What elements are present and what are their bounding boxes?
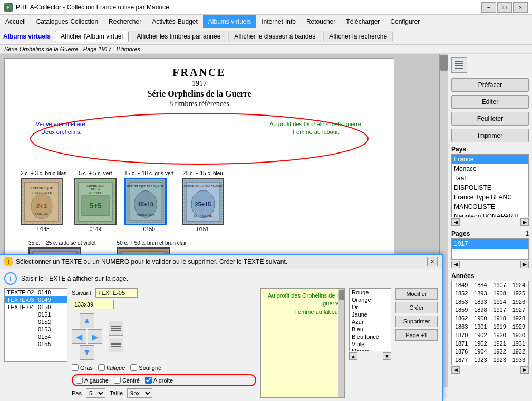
tab-afficher-timbres[interactable]: Afficher les timbres par année [131, 31, 226, 42]
modifier-button[interactable]: Modifier [395, 288, 438, 300]
year-1876[interactable]: 1876 [452, 348, 471, 356]
stamp-0151[interactable]: 25 c. + 15 c. bleu REPUBLIQUE FRANÇAISE … [182, 170, 224, 232]
list-item-0152[interactable]: 0152 [5, 318, 67, 326]
year-1877[interactable]: 1877 [452, 356, 471, 365]
year-1926[interactable]: 1926 [509, 298, 528, 307]
pages-listbox[interactable]: 1917 [451, 238, 529, 260]
year-1925[interactable]: 1925 [509, 290, 528, 298]
year-1852[interactable]: 1852 [452, 290, 471, 298]
year-1884[interactable]: 1884 [471, 281, 490, 290]
year-1893a[interactable]: 1893 [471, 290, 490, 298]
tab-afficher-album[interactable]: Afficher l'Album virtuel [55, 31, 129, 42]
menu-activites[interactable]: Activités-Budget [147, 15, 203, 28]
page-plus1-button[interactable]: Page +1 [395, 329, 438, 341]
cb-centre-input[interactable] [114, 377, 121, 384]
lines-btn-1[interactable] [109, 321, 123, 336]
tab-afficher-classeur[interactable]: Afficher le classeur à bandes [228, 31, 321, 42]
year-1920[interactable]: 1920 [490, 331, 509, 340]
year-1929[interactable]: 1929 [509, 323, 528, 331]
stamp-0151-img[interactable]: REPUBLIQUE FRANÇAISE 25+15 ORPHELINS [182, 178, 224, 225]
color-orange[interactable]: Orange [350, 296, 391, 303]
dialog-list[interactable]: TEXTE-020148 TEXTE-030149 TEXTE-040150 0… [4, 288, 67, 362]
menu-telecharger[interactable]: Télécharger [341, 15, 385, 28]
year-1931[interactable]: 1931 [509, 340, 528, 348]
year-1922[interactable]: 1922 [490, 348, 509, 356]
color-azur[interactable]: Azur [350, 318, 391, 326]
year-1919[interactable]: 1919 [490, 323, 509, 331]
color-scroll-up[interactable]: ▲ [349, 352, 357, 360]
color-bleu[interactable]: Bleu [350, 326, 391, 333]
menu-internet[interactable]: Internet-Info [256, 15, 301, 28]
color-jaune[interactable]: Jaune [350, 311, 391, 318]
suivant-input[interactable] [95, 288, 138, 298]
menu-configurer[interactable]: Configurer [385, 15, 425, 28]
year-1923a[interactable]: 1923 [471, 356, 490, 365]
cb-adroite[interactable]: A droite [145, 377, 173, 384]
year-1917[interactable]: 1917 [490, 306, 509, 314]
color-bleu-fonce[interactable]: Bleu foncé [350, 333, 391, 340]
cb-italique[interactable]: Italique [98, 364, 125, 371]
color-violet[interactable]: Violet [350, 340, 391, 348]
year-1921[interactable]: 1921 [490, 340, 509, 348]
year-1924[interactable]: 1924 [509, 281, 528, 290]
cb-centre[interactable]: Centré [114, 377, 140, 384]
dialog-close-button[interactable]: × [427, 257, 438, 266]
lines-btn-2[interactable] [109, 338, 123, 352]
list-item-0154[interactable]: 0154 [5, 333, 67, 340]
stamp-0150-img[interactable]: REPUBLIQUE FRANÇAISE 15+10 ORPHELINS [124, 178, 167, 225]
cb-souligne[interactable]: Souligné [130, 364, 161, 371]
year-1928[interactable]: 1928 [509, 314, 528, 323]
scrollbar-thumb[interactable] [440, 55, 448, 71]
year-1927[interactable]: 1927 [509, 306, 528, 314]
window-controls[interactable]: − □ × [481, 2, 528, 13]
year-1932[interactable]: 1932 [509, 348, 528, 356]
feuilleter-button[interactable]: Feuilleter [451, 112, 529, 126]
annees-scroll-left[interactable]: ◀ [451, 366, 460, 374]
year-1863[interactable]: 1863 [452, 323, 471, 331]
year-1870[interactable]: 1870 [452, 331, 471, 340]
year-1859[interactable]: 1859 [452, 306, 471, 314]
taille-select[interactable]: 9px 8px 10px 12px [127, 388, 152, 398]
prefacer-button[interactable]: Préfacer [451, 78, 529, 92]
color-rouge[interactable]: Rouge [350, 289, 391, 296]
arrow-right-button[interactable]: ▶ [88, 329, 102, 344]
color-scroll-down[interactable]: ▼ [383, 352, 391, 360]
pays-item-dispoliste[interactable]: DISPOLISTE [452, 183, 528, 193]
menu-retoucher[interactable]: Retoucher [301, 15, 341, 28]
year-1901[interactable]: 1901 [471, 323, 490, 331]
year-1918[interactable]: 1918 [490, 314, 509, 323]
size-input[interactable] [72, 300, 114, 309]
editer-button[interactable]: Editer [451, 95, 529, 109]
cb-italique-input[interactable] [98, 364, 105, 371]
preview-scrollbar-thumb[interactable] [339, 290, 344, 300]
pays-listbox[interactable]: France Monaco Taaf DISPOLISTE France Typ… [451, 154, 529, 217]
annees-grid[interactable]: 1849 1884 1907 1924 1852 1893 1908 1925 … [451, 281, 529, 365]
pages-item-1917[interactable]: 1917 [452, 239, 528, 249]
cb-gras[interactable]: Gras [72, 364, 93, 371]
year-1898[interactable]: 1898 [471, 306, 490, 314]
menu-rechercher[interactable]: Rechercher [103, 15, 147, 28]
year-1862[interactable]: 1862 [452, 314, 471, 323]
close-button[interactable]: × [513, 2, 528, 13]
stamp-0148-img[interactable]: REPUBLIQUE FRANÇAISE 2+3 POSTES [21, 178, 63, 225]
pays-scroll-right[interactable]: ▶ [520, 218, 529, 226]
tab-afficher-recherche[interactable]: Afficher la recherche [323, 31, 393, 42]
year-1902b[interactable]: 1902 [471, 340, 490, 348]
minimize-button[interactable]: − [481, 2, 496, 13]
year-1900[interactable]: 1900 [471, 314, 490, 323]
year-1904[interactable]: 1904 [471, 348, 490, 356]
imprimer-button[interactable]: Imprimer [451, 129, 529, 142]
arrow-left-button[interactable]: ◀ [72, 329, 86, 344]
year-1907[interactable]: 1907 [490, 281, 509, 290]
list-item-0151[interactable]: 0151 [5, 311, 67, 318]
cb-agauche[interactable]: A gauche [76, 377, 109, 384]
stamp-0149[interactable]: 5 c. + 5 c. vert ORPHELINS DE LA GUERRE … [74, 170, 117, 232]
stamp-0149-img[interactable]: ORPHELINS DE LA GUERRE 5+5 [74, 178, 117, 225]
menu-accueil[interactable]: Accueil [0, 15, 31, 28]
pays-item-france[interactable]: France [452, 155, 528, 164]
stamp-0148[interactable]: 2 c. + 3 c. brun-lilas REPUBLIQUE FRANÇA… [21, 170, 66, 232]
menu-albums[interactable]: Albums virtuels [203, 15, 256, 28]
color-listbox[interactable]: Rouge Orange Or Jaune Azur Bleu Bleu fon… [349, 288, 391, 351]
list-texte-04[interactable]: TEXTE-040150 [5, 303, 67, 311]
creer-button[interactable]: Créer [395, 302, 438, 313]
